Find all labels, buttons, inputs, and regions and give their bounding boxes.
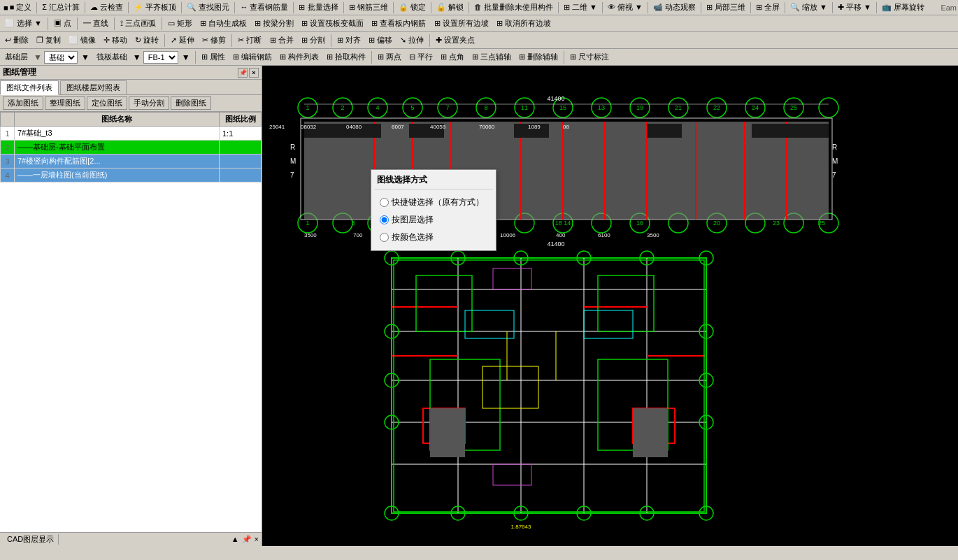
menu-rebar-3d[interactable]: ⊞ 钢筋三维 bbox=[347, 1, 390, 13]
three-point-axis-button[interactable]: ⊞ 三点辅轴 bbox=[469, 50, 515, 64]
menu-unlock[interactable]: 🔓 解锁 bbox=[434, 1, 466, 13]
component-select[interactable]: FB-1 bbox=[143, 51, 178, 64]
delete-button[interactable]: ↩ 删除 bbox=[1, 33, 32, 48]
radio-layer[interactable]: 按图层选择 bbox=[374, 211, 493, 229]
two-point-button[interactable]: ⊞ 两点 bbox=[374, 50, 405, 64]
point-button[interactable]: ▣ 点 bbox=[50, 16, 75, 31]
panel-title-bar: 图纸管理 📌 × bbox=[0, 66, 262, 80]
mirror-button[interactable]: ⬜ 镜像 bbox=[65, 33, 99, 48]
menu-zoom[interactable]: 🔍 缩放 ▼ bbox=[788, 1, 829, 13]
menu-dynamic[interactable]: 📹 动态观察 bbox=[651, 1, 698, 13]
svg-rect-124 bbox=[430, 408, 465, 457]
sep7 bbox=[343, 2, 344, 13]
offset-button[interactable]: ⊞ 偏移 bbox=[365, 33, 396, 48]
sep-l2: ▼ bbox=[182, 52, 190, 62]
table-row[interactable]: 3 7#楼竖向构件配筋图[2... bbox=[1, 155, 262, 168]
delete-drawing-button[interactable]: 删除图纸 bbox=[171, 96, 211, 110]
menu-pan[interactable]: ✚ 平移 ▼ bbox=[836, 1, 873, 13]
svg-text:22: 22 bbox=[713, 104, 720, 111]
cad-canvas-area[interactable]: 1 2 4 5 7 8 11 15 13 19 21 22 24 25 bbox=[262, 66, 958, 546]
line-button[interactable]: ━ 直线 bbox=[80, 16, 112, 31]
extend-button[interactable]: ➚ 延伸 bbox=[167, 33, 198, 48]
svg-text:R: R bbox=[832, 143, 837, 151]
copy-button[interactable]: ❐ 复制 bbox=[33, 33, 64, 48]
auto-gen-button[interactable]: ⊞ 自动生成板 bbox=[196, 16, 250, 31]
menu-define[interactable]: ■ ■ 定义 bbox=[1, 1, 34, 13]
parallel-button[interactable]: ⊟ 平行 bbox=[406, 50, 436, 64]
table-row[interactable]: 2 ——基础层-基础平面布置 bbox=[1, 141, 262, 155]
tab-file-list[interactable]: 图纸文件列表 bbox=[0, 80, 59, 95]
svg-rect-61 bbox=[752, 124, 829, 138]
svg-text:1089: 1089 bbox=[528, 124, 541, 130]
table-row[interactable]: 4 ——一层墙柱图(当前图纸) bbox=[1, 168, 262, 182]
menu-cloud[interactable]: ☁ 云检查 bbox=[88, 1, 125, 13]
menu-view[interactable]: 👁 俯视 ▼ bbox=[606, 1, 645, 13]
property-button[interactable]: ⊞ 属性 bbox=[198, 50, 229, 64]
view-slab-rebar-button[interactable]: ⊞ 查看板内钢筋 bbox=[368, 16, 429, 31]
dimension-button[interactable]: ⊞ 尺寸标注 bbox=[566, 50, 613, 64]
menu-align[interactable]: ⚡ 平齐板顶 bbox=[131, 1, 178, 13]
locate-drawing-button[interactable]: 定位图纸 bbox=[87, 96, 127, 110]
menu-batch-select[interactable]: ⊞ 批量选择 bbox=[296, 1, 340, 13]
menu-batch-delete[interactable]: 🗑 批量删除未使用构件 bbox=[472, 1, 555, 13]
panel-title: 图纸管理 bbox=[3, 66, 36, 78]
layer-select[interactable]: 基础 bbox=[44, 51, 78, 64]
rotate-button[interactable]: ↻ 旋转 bbox=[131, 33, 162, 48]
arc-button[interactable]: ⟟ 三点画弧 bbox=[117, 16, 159, 31]
point-angle-button[interactable]: ⊞ 点角 bbox=[437, 50, 468, 64]
svg-text:41400: 41400 bbox=[547, 95, 564, 102]
organize-drawing-button[interactable]: 整理图纸 bbox=[45, 96, 85, 110]
stretch-button[interactable]: ➘ 拉伸 bbox=[396, 33, 427, 48]
move-button[interactable]: ✛ 移动 bbox=[100, 33, 131, 48]
svg-text:3: 3 bbox=[351, 220, 355, 227]
panel-tabs: 图纸文件列表 图纸楼层对照表 bbox=[0, 80, 262, 95]
merge-button[interactable]: ⊞ 合并 bbox=[266, 33, 297, 48]
menu-lock[interactable]: 🔒 锁定 bbox=[396, 1, 428, 13]
sep14 bbox=[701, 2, 701, 13]
svg-text:M: M bbox=[290, 157, 296, 165]
menu-sum[interactable]: Σ 汇总计算 bbox=[40, 1, 82, 13]
menu-rotate[interactable]: 📺 屏幕旋转 bbox=[880, 1, 927, 13]
component-list-button[interactable]: ⊞ 构件列表 bbox=[276, 50, 322, 64]
manual-split-button[interactable]: 手动分割 bbox=[129, 96, 169, 110]
radio-color[interactable]: 按颜色选择 bbox=[374, 229, 493, 246]
split-beam-button[interactable]: ⊞ 按梁分割 bbox=[251, 16, 297, 31]
panel-close-bottom-icon[interactable]: × bbox=[255, 535, 259, 544]
panel-collapse-icon[interactable]: ▲ bbox=[231, 535, 239, 544]
svg-text:7: 7 bbox=[832, 171, 836, 179]
svg-text:16: 16 bbox=[636, 220, 643, 227]
edit-rebar-button[interactable]: ⊞ 编辑钢筋 bbox=[229, 50, 276, 64]
panel-close-icon[interactable]: × bbox=[249, 68, 259, 78]
cad-drawing-svg: 1 2 4 5 7 8 11 15 13 19 21 22 24 25 bbox=[262, 66, 958, 546]
set-slope-button[interactable]: ⊞ 设置所有边坡 bbox=[431, 16, 492, 31]
align-button[interactable]: ⊞ 对齐 bbox=[334, 33, 364, 48]
pick-component-button[interactable]: ⊞ 拾取构件 bbox=[323, 50, 369, 64]
set-grip-button[interactable]: ✚ 设置夹点 bbox=[432, 33, 478, 48]
select-button[interactable]: ⬜ 选择 ▼ bbox=[1, 16, 45, 31]
set-section-button[interactable]: ⊞ 设置筏板变截面 bbox=[298, 16, 367, 31]
rect-button[interactable]: ▭ 矩形 bbox=[164, 16, 196, 31]
row-scale bbox=[220, 168, 262, 182]
break-button[interactable]: ✂ 打断 bbox=[234, 33, 265, 48]
table-row[interactable]: 1 7#基础_t3 1:1 bbox=[1, 127, 262, 141]
menu-fullscreen[interactable]: ⊞ 全屏 bbox=[754, 1, 782, 13]
radio-shortcut[interactable]: 快捷键选择（原有方式） bbox=[374, 194, 493, 211]
svg-text:19: 19 bbox=[636, 104, 643, 111]
menu-local-3d[interactable]: ⊞ 局部三维 bbox=[704, 1, 748, 13]
svg-text:21: 21 bbox=[675, 104, 682, 111]
sep17 bbox=[832, 2, 833, 13]
menu-2d[interactable]: ⊞ 二维 ▼ bbox=[562, 1, 599, 13]
svg-text:7: 7 bbox=[290, 171, 294, 179]
svg-text:08: 08 bbox=[563, 124, 569, 130]
panel-pin-icon[interactable]: 📌 bbox=[238, 68, 248, 78]
row-name: 7#楼竖向构件配筋图[2... bbox=[15, 155, 220, 168]
tab-floor-map[interactable]: 图纸楼层对照表 bbox=[60, 80, 127, 94]
panel-pin-bottom-icon[interactable]: 📌 bbox=[242, 535, 252, 544]
menu-find[interactable]: 🔍 查找图元 bbox=[185, 1, 231, 13]
menu-rebar-qty[interactable]: ↔ 查看钢筋量 bbox=[238, 1, 290, 13]
trim-button[interactable]: ✂ 修剪 bbox=[199, 33, 229, 48]
delete-axis-button[interactable]: ⊞ 删除辅轴 bbox=[515, 50, 562, 64]
cancel-slope-button[interactable]: ⊞ 取消所有边坡 bbox=[493, 16, 555, 31]
divide-button[interactable]: ⊞ 分割 bbox=[298, 33, 329, 48]
add-drawing-button[interactable]: 添加图纸 bbox=[3, 96, 43, 110]
